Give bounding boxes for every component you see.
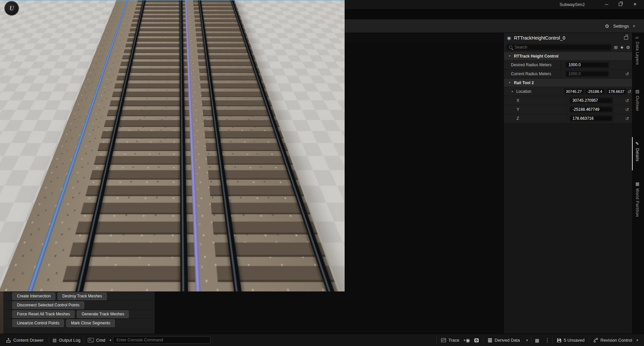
branch-icon [593,338,598,343]
railway-trackbed [25,0,345,0]
chevron-down-icon: ▼ [109,339,112,342]
chevron-down-icon: ▼ [636,339,639,342]
current-radius-row: Current Radius Meters 1000.0 ↺ [504,69,632,78]
location-x-input[interactable]: 30745.27 [564,88,584,94]
trace-record-icon[interactable]: ◉ [466,334,470,346]
current-radius-input: 1000.0 [565,71,609,77]
section-rttrack-height-control[interactable]: ▼RTTrack Height Control [504,52,632,60]
window-title: SubwaySim2 [556,2,589,7]
tab-world-partition[interactable]: World Partition [635,188,640,217]
unlock-icon[interactable] [624,36,628,40]
location-y-input[interactable]: -25188.4 [585,88,605,94]
location-x-row: X 30745.270957 ↺ [504,96,632,105]
settings-gear-icon[interactable]: ⚙ [626,45,630,50]
details-pencil-icon[interactable]: ✎ [635,141,639,146]
chevron-down-icon: ▼ [526,339,529,342]
trace-snapshot-icon[interactable] [474,334,479,346]
world-partition-icon[interactable]: ▦ [635,181,639,186]
unreal-editor-window: U File Edit Window Tools Build Select Ac… [0,0,644,346]
outliner-icon[interactable]: ▤ [635,89,639,94]
current-radius-label: Current Radius Meters [504,72,561,76]
lit-mode-dropdown[interactable]: ◐ Lit [51,2,67,10]
details-header: ◉ RTTrackHeightControl_0 [504,33,632,43]
content-drawer-button[interactable]: Content Drawer [6,334,44,346]
revision-control-dropdown[interactable]: Revision Control ▼ [593,334,639,346]
console-command-input[interactable]: Enter Console Command [113,336,211,344]
output-log-button[interactable]: ▤ Output Log [53,334,80,346]
reset-to-default-icon[interactable]: ↺ [628,89,631,94]
desired-radius-label: Desired Radius Meters [504,63,561,67]
reset-to-default-icon[interactable]: ↺ [625,116,629,121]
create-intersection-button[interactable]: Create Intersection [12,292,55,300]
collapse-arrow-icon[interactable]: ▼ [511,90,514,93]
display-filter-icon[interactable]: ⊞ [614,45,618,50]
location-label: Location [516,89,531,94]
cmd-dropdown[interactable]: >_ Cmd ▼ [88,334,112,346]
cursor-icon [320,4,324,9]
details-panel: ◉ RTTrackHeightControl_0 Search ⊞ ★ ⚙ ▼R… [504,33,632,334]
linearize-control-points-button[interactable]: Linearize Control Points [12,319,64,327]
unsaved-changes-button[interactable]: 5 Unsaved [557,334,584,346]
y-value-input[interactable]: -25188.467749 [569,106,613,112]
disconnect-control-points-button[interactable]: Disconnect Selected Control Points [12,301,84,309]
restore-button[interactable] [615,1,625,8]
unreal-logo-icon[interactable]: U [4,1,19,16]
y-label: Y [504,107,566,112]
destroy-track-meshes-button[interactable]: Destroy Track Meshes [58,292,106,300]
mark-close-segments-button[interactable]: Mark Close Segments [66,319,115,327]
force-reset-track-meshes-button[interactable]: Force Reset All Track Meshes [12,310,75,318]
status-bar: Content Drawer ▤ Output Log >_ Cmd ▼ Ent… [0,334,644,346]
tab-data-layers[interactable]: Data Layers [635,42,640,65]
reset-to-default-icon[interactable]: ↺ [625,72,629,77]
x-label: X [504,98,566,103]
gear-icon[interactable]: ⚙ [604,19,610,33]
location-y-row: Y -25188.467749 ↺ [504,105,632,114]
right-dock-tabstrip: ▱ Data Layers ▤ Outliner ✎ Details ▦ Wor… [632,33,644,334]
insights-grid-icon[interactable]: ▦ [535,334,539,346]
data-layers-icon[interactable]: ▱ [635,35,639,40]
viewport-3d-scene[interactable]: 0.0 -> 0.0) Perspective ◐ Lit Show ↻ [0,0,345,291]
output-log-icon: ▤ [53,338,57,343]
search-input[interactable]: Search [506,44,612,51]
desired-radius-input[interactable]: 1000.0 [565,62,609,68]
save-icon [557,338,562,343]
content-drawer-icon [6,338,11,343]
location-z-row: Z 178.663716 ↺ [504,114,632,123]
reset-to-default-icon[interactable]: ↺ [625,98,629,103]
desired-radius-row: Desired Radius Meters 1000.0 [504,60,632,69]
settings-label[interactable]: Settings [612,19,630,33]
status-kebab-icon[interactable]: ⋮ [545,334,550,346]
active-tab-indicator [632,137,633,170]
tab-outliner[interactable]: Outliner [635,96,640,111]
cycle-transform-icon[interactable]: ↻ [336,3,343,10]
derived-data-dropdown[interactable]: Derived Data ▼ [488,334,529,346]
location-row: ▼Location 30745.27 -25188.4 178.6637 ↺ [504,87,632,96]
derived-data-icon [488,338,492,342]
details-search-row: Search ⊞ ★ ⚙ [504,43,632,52]
minimize-button[interactable] [601,1,611,8]
collapse-arrow-icon: ▼ [508,81,511,84]
section-rail-tool-2[interactable]: ▼Rail Tool 2 [504,78,632,87]
checkerboard-ground [0,0,345,0]
move-tool-button[interactable] [327,3,334,10]
trace-icon [441,338,446,342]
reset-to-default-icon[interactable]: ↺ [625,107,629,112]
tab-details[interactable]: Details [635,148,640,161]
collapse-arrow-icon: ▼ [508,55,511,58]
close-button[interactable]: × [630,1,640,8]
trace-dropdown[interactable]: Trace ▼ [441,334,466,346]
lit-sphere-icon: ◐ [55,4,57,8]
location-z-input[interactable]: 178.6637 [606,88,626,94]
chevron-down-icon[interactable]: ▼ [632,19,636,33]
cmd-console-icon: >_ [88,338,94,342]
generate-track-meshes-button[interactable]: Generate Track Meshes [77,310,129,318]
favorites-star-icon[interactable]: ★ [620,45,624,50]
search-icon [509,46,512,49]
z-value-input[interactable]: 178.663716 [569,115,613,121]
select-tool-button[interactable] [318,3,325,10]
show-flags-dropdown[interactable]: Show [69,2,86,10]
z-label: Z [504,116,566,121]
x-value-input[interactable]: 30745.270957 [569,97,613,103]
move-icon [328,4,333,9]
actor-icon: ◉ [507,35,511,41]
